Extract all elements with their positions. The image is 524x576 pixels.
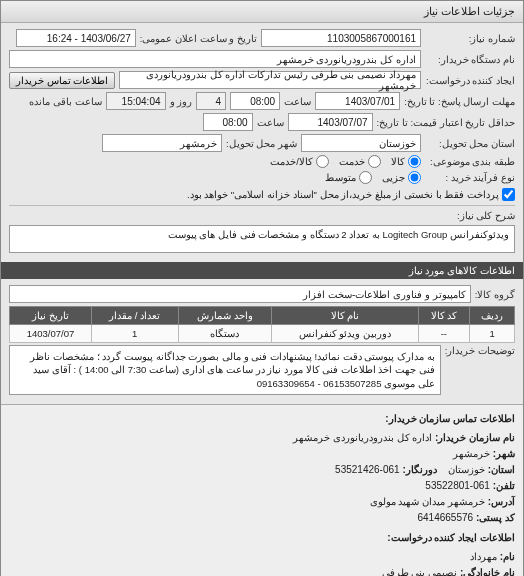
org-value: اداره کل بندرودریانوردی خرمشهر [293,432,432,443]
radio-service-label: خدمت [339,156,365,167]
separator [9,205,515,206]
postal-label: کد پستی: [476,512,515,523]
days-left-label: روز و [170,96,193,107]
announce-field: 1403/06/27 - 16:24 [16,29,136,47]
radio-goods[interactable]: کالا [391,155,421,168]
province-value: خوزستان [448,464,485,475]
creator-field: مهرداد نصیمی بنی طرفی رئیس تدارکات اداره… [119,71,421,89]
goods-group-label: گروه کالا: [475,289,515,300]
budget-label: طبقه بندی موضوعی: [425,156,515,167]
payment-note-check[interactable]: پرداخت فقط با نخستی از مبلغ خرید،از محل … [187,188,515,201]
address-value: خرمشهر میدان شهید مولوی [370,496,485,507]
radio-goods-input[interactable] [408,155,421,168]
table-header-row: ردیف کد کالا نام کالا واحد شمارش تعداد /… [10,307,515,325]
radio-goods-service[interactable]: کالا/خدمت [270,155,329,168]
goods-table: ردیف کد کالا نام کالا واحد شمارش تعداد /… [9,306,515,343]
validity-time-field: 08:00 [203,113,253,131]
city-label: شهر: [493,448,515,459]
lastname-label: نام خانوادگی: [460,567,515,576]
radio-goods-service-label: کالا/خدمت [270,156,313,167]
desc-label: شرح کلی نیاز: [425,210,515,221]
radio-service[interactable]: خدمت [339,155,381,168]
reply-deadline-label: مهلت ارسال پاسخ: تا تاریخ: [404,96,515,107]
contact-header: اطلاعات تماس سازمان خریدار: [9,411,515,427]
delivery-city-field: خرمشهر [102,134,222,152]
city-value: خرمشهر [453,448,490,459]
address-label: آدرس: [488,496,515,507]
validity-date-field: 1403/07/07 [288,113,373,131]
cell-name: دوربین ویدئو کنفرانس [272,325,419,343]
name-label: نام: [500,551,515,562]
radio-medium-label: متوسط [325,172,356,183]
delivery-state-label: استان محل تحویل: [425,138,515,149]
radio-small-input[interactable] [408,171,421,184]
validity-time-label: ساعت [257,117,284,128]
org-label: نام سازمان خریدار: [435,432,515,443]
phone-value: 061-53522801 [425,480,490,491]
th-name: نام کالا [272,307,419,325]
th-date: تاریخ نیاز [10,307,92,325]
cell-qty: 1 [91,325,178,343]
phone-label: تلفن: [493,480,515,491]
postal-value: 6414665576 [417,512,473,523]
creator-contact-header: اطلاعات ایجاد کننده درخواست: [9,530,515,546]
buyer-org-field: اداره کل بندرودریانوردی خرمشهر [9,50,421,68]
proc-label: نوع فرآیند خرید : [425,172,515,183]
th-row: ردیف [470,307,515,325]
radio-medium-input[interactable] [359,171,372,184]
th-code: کد کالا [418,307,470,325]
radio-service-input[interactable] [368,155,381,168]
announce-label: تاریخ و ساعت اعلان عمومی: [140,33,257,44]
cell-date: 1403/07/07 [10,325,92,343]
buyer-org-label: نام دستگاه خریدار: [425,54,515,65]
main-form: شماره نیاز: 1103005867000161 تاریخ و ساع… [1,23,523,262]
reply-time-label: ساعت [284,96,311,107]
desc-field: ویدئوکنفرانس Logitech Group به تعداد 2 د… [9,225,515,253]
payment-note-checkbox[interactable] [502,188,515,201]
days-left-field: 4 [196,92,226,110]
radio-small-label: جزیی [382,172,405,183]
time-left-label: ساعت باقی مانده [29,96,101,107]
contact-block: اطلاعات تماس سازمان خریدار: نام سازمان خ… [1,404,523,576]
buyer-notes: به مدارک پیوستی دقت نمائید! پیشنهادات فن… [9,345,441,395]
request-no-field: 1103005867000161 [261,29,421,47]
validity-label: حداقل تاریخ اعتبار قیمت: تا تاریخ: [377,117,515,128]
delivery-state-field: خوزستان [301,134,421,152]
proc-type-radios: جزیی متوسط [325,171,421,184]
th-qty: تعداد / مقدار [91,307,178,325]
time-left-field: 15:04:04 [106,92,166,110]
radio-goods-service-input[interactable] [316,155,329,168]
cell-unit: دستگاه [178,325,272,343]
radio-goods-label: کالا [391,156,405,167]
name-value: مهرداد [470,551,497,562]
lastname-value: نصیمی بنی طرفی [382,567,458,576]
th-unit: واحد شمارش [178,307,272,325]
contact-info-button[interactable]: اطلاعات تماس خریدار [9,72,115,89]
goods-group-field: کامپیوتر و فناوری اطلاعات-سخت افزار [9,285,471,303]
delivery-city-label: شهر محل تحویل: [226,138,297,149]
reply-time-field: 08:00 [230,92,280,110]
fax-value: 061-53521426 [335,464,400,475]
cell-row: 1 [470,325,515,343]
window: جزئیات اطلاعات نیاز شماره نیاز: 11030058… [0,0,524,576]
creator-label: ایجاد کننده درخواست: [425,75,515,86]
payment-note-text: پرداخت فقط با نخستی از مبلغ خرید،از محل … [187,189,499,200]
notes-label: توضیحات خریدار: [445,345,515,356]
request-no-label: شماره نیاز: [425,33,515,44]
radio-medium[interactable]: متوسط [325,171,372,184]
goods-section-header: اطلاعات کالاهای مورد نیاز [1,262,523,279]
cell-code: -- [418,325,470,343]
subject-type-radios: کالا خدمت کالا/خدمت [270,155,421,168]
radio-small[interactable]: جزیی [382,171,421,184]
province-label: استان: [488,464,515,475]
table-row[interactable]: 1 -- دوربین ویدئو کنفرانس دستگاه 1 1403/… [10,325,515,343]
reply-date-field: 1403/07/01 [315,92,400,110]
window-title: جزئیات اطلاعات نیاز [1,1,523,23]
fax-label: دورنگار: [402,464,436,475]
